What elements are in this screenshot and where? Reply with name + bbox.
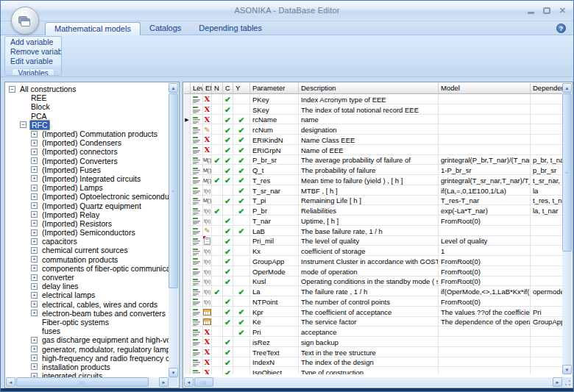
table-row[interactable]: f(x)✔✔P_brReliabilitiesexp(-La*T_nar)la,… xyxy=(184,205,562,215)
tree-item[interactable]: +(Imported) Relay xyxy=(6,210,169,219)
table-row[interactable]: X✔IsnObjectType of construction xyxy=(184,367,562,374)
table-vscroll-thumb[interactable]: = xyxy=(562,93,572,252)
table-row[interactable]: X✔IndexNThe index of the design xyxy=(184,357,562,368)
table-row[interactable]: f(x)✔✔LaThe failure rate , 1 / hif(OperM… xyxy=(184,286,562,296)
expand-plus-icon[interactable]: + xyxy=(31,301,38,307)
tree-item[interactable]: +(Imported) Resistors xyxy=(6,219,169,228)
expand-plus-icon[interactable]: + xyxy=(31,265,38,271)
scroll-right-icon[interactable]: ► xyxy=(553,377,562,387)
tree-item[interactable]: +(Imported) Quartz equipment xyxy=(6,201,169,210)
expand-plus-icon[interactable]: + xyxy=(31,292,38,299)
expand-plus-icon[interactable]: + xyxy=(31,140,38,146)
scroll-down-icon[interactable]: ▼ xyxy=(169,368,178,377)
column-header-Description[interactable]: Description xyxy=(299,83,439,94)
tree-item[interactable]: +(Imported) Optoelectronic semiconductor… xyxy=(6,192,169,201)
tree-item[interactable]: +(Imported) Condensers xyxy=(6,138,169,147)
tree-item[interactable]: +(Imported) Semiconductors xyxy=(6,228,169,237)
app-orb-button[interactable] xyxy=(11,7,39,35)
expand-plus-icon[interactable]: + xyxy=(31,354,38,361)
scroll-left-icon[interactable]: ◄ xyxy=(184,377,194,387)
column-header-Model[interactable]: Model xyxy=(439,83,531,94)
expand-plus-icon[interactable]: + xyxy=(31,175,38,182)
tree-hscrollbar[interactable]: ◄ ||| ► xyxy=(6,377,169,387)
tree-item[interactable]: +integrated circuits xyxy=(6,371,169,377)
scroll-right-icon[interactable]: ► xyxy=(159,377,169,387)
tree-item[interactable]: +generator, modulator, regulatory lamps xyxy=(6,344,169,353)
table-row[interactable]: X✔isRezsign backup xyxy=(184,337,562,347)
tree-item[interactable]: Block xyxy=(6,102,169,111)
expand-plus-icon[interactable]: + xyxy=(31,274,38,281)
table-row[interactable]: X✔✔ERIGrpNName of EEE xyxy=(184,145,562,155)
resize-grip-icon[interactable] xyxy=(562,377,572,387)
tree-hscroll-thumb[interactable]: ||| xyxy=(16,377,149,387)
expand-plus-icon[interactable]: + xyxy=(31,202,38,209)
tree-item[interactable]: +chemical current sources xyxy=(6,246,169,254)
expand-plus-icon[interactable]: + xyxy=(31,337,38,343)
help-icon[interactable]: ? xyxy=(556,24,566,33)
expand-plus-icon[interactable]: + xyxy=(31,229,38,236)
table-row[interactable]: f(x)✔T_narUptime, [ h ]FromRoot(0) xyxy=(184,215,562,226)
expand-plus-icon[interactable]: + xyxy=(31,283,38,290)
tree-item[interactable]: Fiber-optic systems xyxy=(6,318,169,327)
column-header-Level[interactable]: Level xyxy=(191,83,203,94)
ribbon-group-label[interactable]: Variables xyxy=(5,65,61,75)
ribbon-tab-mathematical-models[interactable]: Mathematical models xyxy=(45,22,141,35)
expand-plus-icon[interactable]: + xyxy=(31,193,38,200)
tree-item[interactable]: +(Imported) Converters xyxy=(6,157,169,165)
table-row[interactable]: f(x)✔Kxcoefficient of storage1 xyxy=(184,246,562,256)
table-row[interactable]: M(:)✔✔Q_tThe probability of failure1-P_b… xyxy=(184,165,562,175)
expand-plus-icon[interactable]: + xyxy=(31,238,38,245)
column-header-EM[interactable]: EM xyxy=(203,83,212,94)
maximize-button[interactable] xyxy=(543,7,550,14)
tree-item[interactable]: +components of fiber-optic communication… xyxy=(6,264,169,273)
tree-item[interactable]: REE xyxy=(6,93,169,102)
scroll-up-icon[interactable]: ▲ xyxy=(562,83,572,93)
table-row[interactable]: X✔SKeyThe index of total notional record… xyxy=(184,104,562,115)
tree-item[interactable]: +converter xyxy=(6,273,169,282)
column-header-Y[interactable]: Y xyxy=(233,83,250,94)
column-header-Parameter[interactable]: Parameter xyxy=(250,83,299,94)
table-row[interactable]: f(x)✔KuslOperating conditions in the sta… xyxy=(184,277,562,287)
table-row[interactable]: X✔TreeTextText in the tree structure xyxy=(184,347,562,357)
table-row[interactable]: ▶X✔✔rcNamename xyxy=(184,115,562,125)
collapse-minus-icon[interactable]: − xyxy=(9,86,15,93)
table-row[interactable]: f(x)✔T_sr_narMTBF , [ h ]if(La,=,0,1E100… xyxy=(184,185,562,196)
tree-item[interactable]: +gas discharge equipment and high-voltag… xyxy=(6,335,169,344)
tree-item[interactable]: +(Imported) Commutation products xyxy=(6,129,169,138)
expand-plus-icon[interactable]: + xyxy=(31,211,38,218)
expand-plus-icon[interactable]: + xyxy=(31,131,38,138)
collapse-minus-icon[interactable]: − xyxy=(20,121,26,128)
scroll-left-icon[interactable]: ◄ xyxy=(6,377,15,387)
add-variable-button[interactable]: Add variable xyxy=(5,38,61,47)
scroll-down-icon[interactable]: ▼ xyxy=(562,365,572,374)
tree-item[interactable]: fuses xyxy=(6,327,169,335)
tree-item[interactable]: +high-frequency and radio frequency conn… xyxy=(6,354,169,363)
tree-item[interactable]: +(Imported) connectors xyxy=(6,147,169,156)
tree-item[interactable]: +commutation products xyxy=(6,255,169,264)
tree-item[interactable]: +(Imported) Fuses xyxy=(6,165,169,174)
expand-plus-icon[interactable]: + xyxy=(31,346,38,352)
expand-plus-icon[interactable]: + xyxy=(31,256,38,263)
table-row[interactable]: X✔PKeyIndex Acronym type of EEE xyxy=(184,94,562,104)
table-row[interactable]: M(:)✔✔✔T_resMean time to failure (yield … xyxy=(184,175,562,185)
table-row[interactable]: X✔Priacceptance xyxy=(184,327,562,337)
expand-plus-icon[interactable]: + xyxy=(31,363,38,370)
expand-plus-icon[interactable]: + xyxy=(31,149,38,155)
table-row[interactable]: f(x)✔NTPointThe number of control points… xyxy=(184,296,562,307)
table-row[interactable]: ✔Pri_milThe level of qualityLevel of qua… xyxy=(184,236,562,246)
column-header-indicator[interactable] xyxy=(184,83,191,94)
tree-item[interactable]: +electrical lamps xyxy=(6,291,169,299)
table-row[interactable]: ✎✔✔rcNumdesignation xyxy=(184,124,562,135)
close-button[interactable]: ✕ xyxy=(559,7,566,15)
column-header-Dependen[interactable]: Dependen xyxy=(531,83,564,94)
expand-plus-icon[interactable]: + xyxy=(31,247,38,254)
column-header-C[interactable]: C xyxy=(223,83,233,94)
table-hscroll-thumb[interactable]: ||| xyxy=(194,377,213,387)
table-row[interactable]: f(x)✔GroupAppInstrument Cluster in accor… xyxy=(184,256,562,266)
expand-plus-icon[interactable]: + xyxy=(31,185,38,191)
column-header-N[interactable]: N xyxy=(212,83,223,94)
tree-item[interactable]: +electrical, cables, wires and cords xyxy=(6,300,169,309)
minimize-button[interactable] xyxy=(528,12,534,14)
tree-vscrollbar[interactable]: ▲ = ▼ xyxy=(169,83,178,377)
tree-item[interactable]: +electron-beam tubes and converters xyxy=(6,309,169,318)
